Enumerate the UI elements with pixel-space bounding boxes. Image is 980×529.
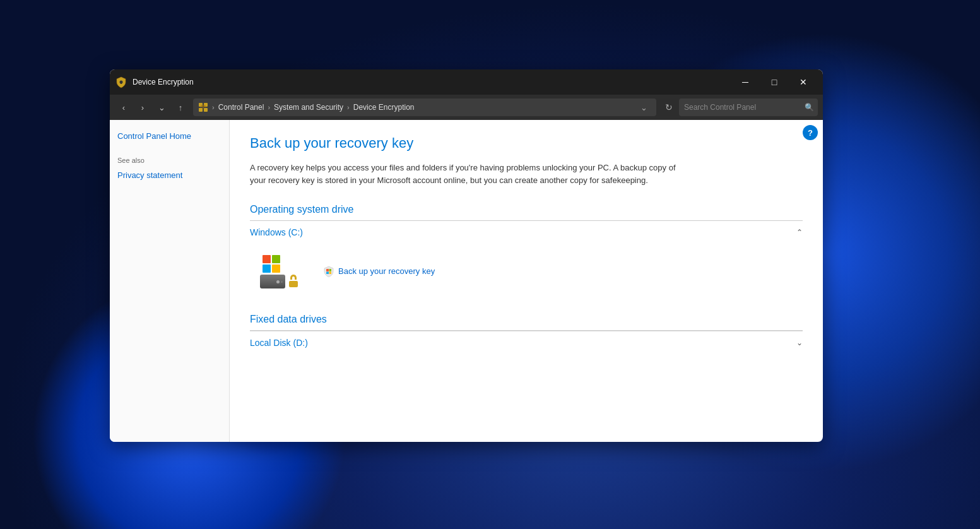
windows-c-drive-title: Windows (C:) — [250, 227, 303, 237]
search-button[interactable]: 🔍 — [805, 103, 814, 112]
windows-logo-icon — [263, 255, 280, 273]
address-dropdown-button[interactable]: ⌄ — [636, 98, 651, 116]
breadcrumb-sep-3: › — [347, 104, 350, 111]
svg-rect-5 — [204, 108, 208, 112]
local-disk-d-chevron-icon: ⌄ — [796, 338, 803, 347]
hdd-dot-2 — [281, 281, 283, 283]
control-panel-window: Device Encryption ─ □ ✕ ‹ › ⌄ ↑ › Contro… — [110, 69, 823, 442]
breadcrumb-device-encryption[interactable]: Device Encryption — [353, 103, 415, 112]
local-disk-d-header[interactable]: Local Disk (D:) ⌄ — [250, 331, 803, 354]
svg-rect-8 — [326, 271, 329, 274]
refresh-button[interactable]: ↻ — [660, 98, 678, 116]
main-content: ? Back up your recovery key A recovery k… — [230, 120, 823, 442]
win-logo-q4 — [272, 264, 280, 273]
breadcrumb-system-security[interactable]: System and Security — [274, 103, 343, 112]
hdd-icon — [260, 275, 285, 288]
control-panel-home-link[interactable]: Control Panel Home — [117, 131, 191, 141]
os-drive-section: Operating system drive Windows (C:) ⌃ — [250, 204, 803, 299]
lock-body — [289, 281, 298, 287]
win-logo-q3 — [263, 264, 271, 273]
win-logo-q1 — [263, 255, 271, 263]
search-input[interactable] — [679, 98, 818, 116]
control-panel-address-icon — [198, 102, 208, 112]
lock-shackle — [290, 275, 297, 280]
privacy-statement-link[interactable]: Privacy statement — [117, 170, 182, 180]
breadcrumb-sep-2: › — [268, 104, 270, 111]
svg-rect-9 — [329, 271, 332, 274]
window-title: Device Encryption — [133, 78, 731, 86]
backup-recovery-key-link[interactable]: Back up your recovery key — [323, 266, 435, 277]
search-wrapper: 🔍 — [679, 98, 818, 116]
minimize-button[interactable]: ─ — [731, 69, 760, 95]
help-button[interactable]: ? — [803, 125, 818, 140]
close-button[interactable]: ✕ — [789, 69, 818, 95]
sidebar: Control Panel Home See also Privacy stat… — [110, 120, 230, 442]
see-also-label: See also — [117, 157, 221, 164]
maximize-button[interactable]: □ — [760, 69, 789, 95]
navigation-bar: ‹ › ⌄ ↑ › Control Panel › System and Sec… — [110, 95, 823, 120]
fixed-drives-section: Fixed data drives Local Disk (D:) ⌄ — [250, 314, 803, 354]
window-controls: ─ □ ✕ — [731, 69, 818, 95]
svg-rect-1 — [121, 82, 122, 84]
windows-c-drive-content: Back up your recovery key — [250, 244, 803, 299]
see-also-section: See also Privacy statement — [117, 157, 221, 181]
breadcrumb-control-panel[interactable]: Control Panel — [218, 103, 264, 112]
drive-icon — [260, 254, 298, 288]
title-bar: Device Encryption ─ □ ✕ — [110, 69, 823, 95]
windows-c-chevron-icon: ⌃ — [796, 228, 803, 237]
win-logo-q2 — [272, 255, 280, 263]
address-bar[interactable]: › Control Panel › System and Security › … — [193, 98, 656, 116]
fixed-drives-heading: Fixed data drives — [250, 314, 803, 325]
page-description: A recovery key helps you access your fil… — [250, 162, 692, 186]
content-area: Control Panel Home See also Privacy stat… — [110, 120, 823, 442]
os-drive-heading: Operating system drive — [250, 204, 803, 215]
recent-pages-dropdown[interactable]: ⌄ — [153, 98, 170, 116]
page-title: Back up your recovery key — [250, 135, 803, 152]
lock-icon — [288, 275, 299, 287]
svg-rect-7 — [329, 269, 332, 271]
backup-link-text: Back up your recovery key — [338, 266, 435, 276]
svg-rect-6 — [326, 269, 329, 271]
up-button[interactable]: ↑ — [172, 98, 189, 116]
forward-button[interactable]: › — [134, 98, 151, 116]
device-encryption-icon — [115, 76, 127, 88]
windows-c-drive-header[interactable]: Windows (C:) ⌃ — [250, 221, 803, 244]
back-button[interactable]: ‹ — [115, 98, 133, 116]
breadcrumb-sep-1: › — [212, 104, 215, 111]
local-disk-d-title: Local Disk (D:) — [250, 338, 308, 348]
hdd-dot-1 — [276, 280, 280, 283]
svg-rect-4 — [199, 108, 203, 112]
backup-shield-icon — [323, 266, 334, 277]
